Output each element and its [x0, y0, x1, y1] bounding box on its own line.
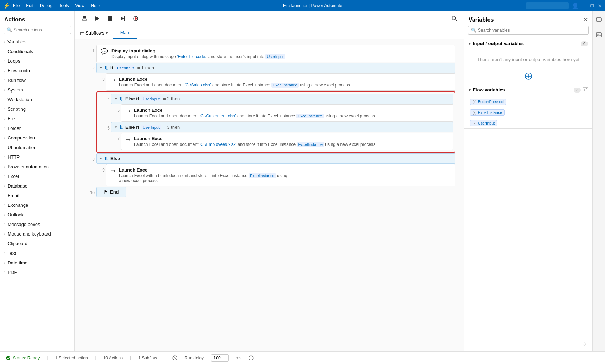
menu-debug[interactable]: Debug [40, 3, 52, 8]
step-button[interactable] [118, 14, 128, 25]
menu-help[interactable]: Help [91, 3, 100, 8]
end-keyword: End [110, 189, 119, 195]
variables-search-box[interactable]: 🔍 [468, 26, 589, 35]
menu-view[interactable]: View [75, 3, 84, 8]
action-item-date-time[interactable]: › Date time [0, 258, 74, 268]
step-card-launch-excel-blank[interactable]: ↗ Launch Excel Launch Excel with a blank… [106, 164, 455, 186]
maximize-btn[interactable]: □ [591, 3, 594, 9]
images-icon-button[interactable] [594, 30, 604, 42]
svg-marker-3 [95, 16, 99, 21]
save-button[interactable] [79, 14, 90, 25]
flow-variables-section-header[interactable]: ▾ Flow variables 3 [464, 83, 592, 96]
step-card-launch-excel-sales[interactable]: ↗ Launch Excel Launch Excel and open doc… [106, 73, 455, 91]
search-icon: 🔍 [7, 27, 12, 32]
action-item-browser-automation[interactable]: › Browser automation [0, 162, 74, 172]
chevron-icon: › [4, 213, 5, 217]
chevron-icon: › [4, 40, 5, 44]
action-item-excel[interactable]: › Excel [0, 172, 74, 181]
action-item-system[interactable]: › System [0, 85, 74, 95]
add-variable-button[interactable] [464, 69, 592, 83]
flow-step-4: 4 ▾ ⇅ Else if UserInput = 2 then [98, 94, 453, 104]
search-actions-input[interactable] [14, 27, 68, 32]
action-item-run-flow[interactable]: › Run flow [0, 75, 74, 85]
run-delay-input[interactable] [211, 354, 229, 362]
diamond-button[interactable]: ◇ [581, 339, 588, 348]
flow-step-1: 1 💬 Display input dialog Display input d… [83, 45, 455, 62]
record-button[interactable] [130, 14, 141, 25]
action-item-database[interactable]: › Database [0, 181, 74, 191]
step-menu-button[interactable]: ⋮ [445, 167, 451, 175]
close-btn[interactable]: ✕ [598, 3, 602, 9]
actions-search-box[interactable]: 🔍 [4, 26, 71, 34]
collapse-button[interactable]: ▾ [100, 65, 102, 70]
action-item-compression[interactable]: › Compression [0, 133, 74, 143]
action-item-outlook[interactable]: › Outlook [0, 210, 74, 220]
variables-close-button[interactable]: ✕ [583, 16, 588, 23]
chevron-icon: › [4, 232, 5, 236]
search-variables-input[interactable] [478, 28, 585, 33]
launch-icon: ↗ [109, 167, 117, 175]
action-item-variables[interactable]: › Variables [0, 37, 74, 47]
minimize-btn[interactable]: ─ [583, 3, 586, 9]
app-body: Actions 🔍 › Variables › Conditionals › L… [0, 11, 605, 351]
tab-main[interactable]: Main [113, 27, 137, 39]
clock-icon [172, 355, 177, 360]
var-item-userinput[interactable]: (x) UserInput [464, 118, 592, 128]
window-controls[interactable]: ─ □ ✕ [583, 3, 602, 9]
collapse-button[interactable]: ▾ [115, 96, 117, 101]
end-block-header[interactable]: ⚑ End [96, 187, 126, 197]
action-item-mouse-keyboard[interactable]: › Mouse and keyboard [0, 229, 74, 239]
chevron-icon: › [4, 251, 5, 255]
action-item-folder[interactable]: › Folder [0, 123, 74, 133]
excel-instance-var: ExcelInstance [249, 173, 276, 178]
flow-step-7: 7 ↗ Launch Excel Launch Excel and open d… [108, 133, 453, 150]
filter-button[interactable] [583, 87, 588, 93]
variables-icon-button[interactable] [594, 14, 604, 27]
else-if-block-2-header[interactable]: ▾ ⇅ Else if UserInput = 3 then [111, 122, 453, 132]
else-swap-icon: ⇅ [104, 156, 108, 161]
action-item-exchange[interactable]: › Exchange [0, 200, 74, 210]
action-item-http[interactable]: › HTTP [0, 152, 74, 162]
action-item-scripting[interactable]: › Scripting [0, 104, 74, 114]
subflows-button[interactable]: ⇄ Subflows ▾ [75, 27, 113, 39]
menu-file[interactable]: File [13, 3, 20, 8]
svg-marker-5 [121, 16, 124, 21]
step-card-launch-excel-customers[interactable]: ↗ Launch Excel Launch Excel and open doc… [121, 104, 453, 122]
step-card-display-input[interactable]: 💬 Display input dialog Display input dia… [96, 45, 455, 62]
action-item-pdf[interactable]: › PDF [0, 268, 74, 277]
var-item-buttonpressed[interactable]: (x) ButtonPressed [464, 96, 592, 107]
action-item-conditionals[interactable]: › Conditionals [0, 47, 74, 56]
action-item-message-boxes[interactable]: › Message boxes [0, 220, 74, 229]
action-item-flow-control[interactable]: › Flow control [0, 66, 74, 75]
action-item-email[interactable]: › Email [0, 191, 74, 200]
action-item-loops[interactable]: › Loops [0, 56, 74, 66]
action-item-file[interactable]: › File [0, 114, 74, 123]
actions-title: Actions [0, 11, 74, 26]
action-label: PDF [7, 270, 17, 275]
menu-edit[interactable]: Edit [26, 3, 33, 8]
if-block-header[interactable]: ▾ ⇅ If UserInput = 1 then [96, 63, 455, 73]
action-item-ui-automation[interactable]: › UI automation [0, 143, 74, 152]
collapse-button[interactable]: ▾ [100, 156, 102, 161]
action-item-workstation[interactable]: › Workstation [0, 95, 74, 104]
collapse-chevron-icon: ▾ [469, 88, 471, 93]
svg-marker-14 [583, 88, 588, 91]
svg-rect-6 [124, 16, 125, 21]
separator: | [130, 355, 131, 360]
chevron-icon: › [4, 59, 5, 63]
step-desc: Launch Excel and open document 'C:\Emplo… [134, 142, 449, 147]
else-block-header[interactable]: ▾ ⇅ Else [96, 153, 455, 164]
run-button[interactable] [92, 14, 103, 25]
collapse-button[interactable]: ▾ [115, 125, 117, 130]
action-item-clipboard[interactable]: › Clipboard [0, 239, 74, 248]
var-item-excelinstance[interactable]: (x) ExcelInstance [464, 107, 592, 118]
title-bar: ⚡ File Edit Debug Tools View Help File l… [0, 0, 605, 11]
input-output-section-header[interactable]: ▾ Input / output variables 0 [464, 37, 592, 50]
canvas-search-button[interactable] [449, 14, 460, 25]
stop-button[interactable] [105, 14, 115, 25]
step-card-launch-excel-employees[interactable]: ↗ Launch Excel Launch Excel and open doc… [121, 133, 453, 150]
status-text: Status: Ready [13, 355, 40, 360]
action-item-text[interactable]: › Text [0, 248, 74, 258]
menu-tools[interactable]: Tools [59, 3, 69, 8]
else-if-block-1-header[interactable]: ▾ ⇅ Else if UserInput = 2 then [111, 94, 453, 104]
